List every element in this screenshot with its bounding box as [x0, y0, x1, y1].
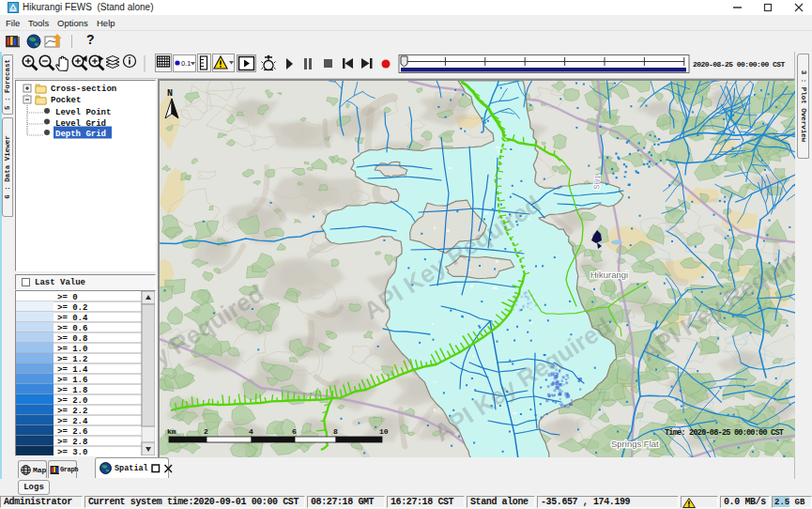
svg-text:6: 6 [292, 427, 297, 436]
svg-text:>= 2.2: >= 2.2 [57, 407, 87, 416]
svg-text:0.1: 0.1 [181, 59, 191, 68]
svg-text:>= 0.4: >= 0.4 [57, 314, 88, 323]
svg-text:Springs Flat: Springs Flat [611, 439, 659, 449]
svg-text:Hikurangi: Hikurangi [590, 270, 628, 280]
svg-text:SH1: SH1 [592, 174, 602, 190]
svg-text:10: 10 [379, 427, 389, 436]
svg-text:Pocket: Pocket [51, 96, 81, 105]
svg-text:Depth Grid: Depth Grid [55, 130, 106, 139]
svg-text:>= 1.8: >= 1.8 [57, 386, 87, 395]
svg-text:>= 2.4: >= 2.4 [57, 417, 88, 426]
svg-text:2: 2 [204, 427, 208, 436]
svg-text:>= 0.2: >= 0.2 [57, 303, 87, 313]
svg-text:>= 0: >= 0 [57, 293, 78, 302]
svg-text:>= 1.0: >= 1.0 [57, 345, 87, 354]
svg-text:>= 3.0: >= 3.0 [57, 448, 87, 455]
svg-text:km: km [167, 427, 176, 436]
svg-text:4: 4 [249, 427, 253, 436]
svg-text:>= 2.6: >= 2.6 [57, 427, 87, 437]
svg-text:>= 0.6: >= 0.6 [57, 324, 87, 333]
svg-text:Level Point: Level Point [55, 108, 111, 117]
svg-text:>= 1.2: >= 1.2 [57, 355, 87, 364]
svg-text:>= 2.8: >= 2.8 [57, 438, 87, 447]
svg-text:>= 1.6: >= 1.6 [57, 376, 87, 385]
svg-text:N: N [167, 88, 173, 99]
svg-text:>= 2.0: >= 2.0 [57, 396, 87, 406]
svg-text:>= 0.8: >= 0.8 [57, 334, 87, 344]
svg-text:8: 8 [333, 427, 338, 436]
svg-text:Cross-section: Cross-section [51, 85, 116, 94]
svg-text:>= 1.4: >= 1.4 [57, 365, 88, 375]
svg-text:Time: 2020-08-25 00:00:00 CST: Time: 2020-08-25 00:00:00 CST [665, 428, 784, 438]
